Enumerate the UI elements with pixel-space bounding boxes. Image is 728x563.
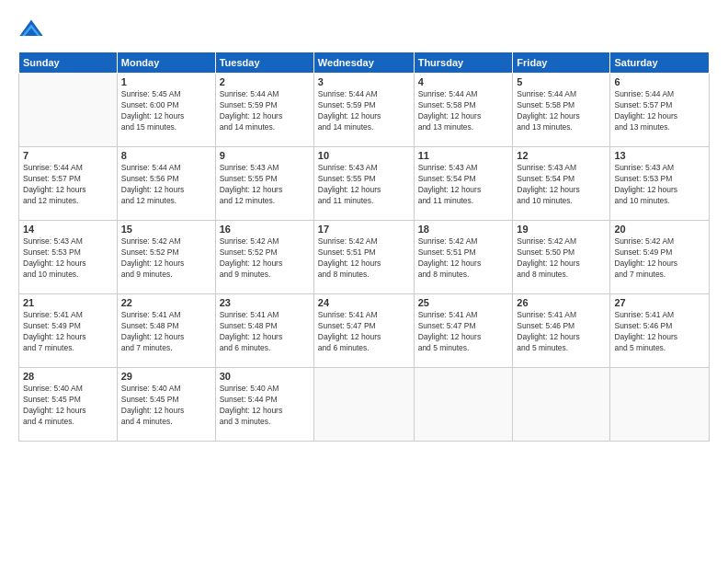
day-info: Sunrise: 5:44 AM Sunset: 5:57 PM Dayligh…: [614, 89, 705, 133]
day-info: Sunrise: 5:41 AM Sunset: 5:47 PM Dayligh…: [418, 310, 509, 354]
day-number: 15: [121, 224, 211, 235]
day-info: Sunrise: 5:41 AM Sunset: 5:46 PM Dayligh…: [614, 310, 705, 354]
day-info: Sunrise: 5:43 AM Sunset: 5:53 PM Dayligh…: [614, 163, 705, 207]
day-number: 25: [418, 297, 509, 308]
day-number: 21: [23, 297, 113, 308]
day-number: 13: [614, 150, 705, 161]
calendar-week-5: 28Sunrise: 5:40 AM Sunset: 5:45 PM Dayli…: [19, 368, 710, 442]
calendar-cell: 20Sunrise: 5:42 AM Sunset: 5:49 PM Dayli…: [610, 221, 710, 294]
calendar-cell: [19, 74, 118, 147]
day-number: 3: [318, 76, 410, 87]
day-info: Sunrise: 5:42 AM Sunset: 5:50 PM Dayligh…: [517, 236, 606, 281]
day-number: 16: [220, 224, 310, 235]
day-number: 20: [614, 224, 705, 235]
calendar-cell: 2Sunrise: 5:44 AM Sunset: 5:59 PM Daylig…: [215, 74, 313, 147]
day-info: Sunrise: 5:40 AM Sunset: 5:44 PM Dayligh…: [220, 384, 310, 428]
day-number: 14: [23, 224, 113, 235]
header: [18, 17, 710, 42]
day-info: Sunrise: 5:44 AM Sunset: 5:58 PM Dayligh…: [418, 89, 509, 133]
calendar-cell: 8Sunrise: 5:44 AM Sunset: 5:56 PM Daylig…: [117, 147, 215, 221]
day-number: 27: [614, 297, 705, 308]
day-info: Sunrise: 5:42 AM Sunset: 5:49 PM Dayligh…: [614, 236, 705, 281]
calendar-cell: 9Sunrise: 5:43 AM Sunset: 5:55 PM Daylig…: [215, 147, 313, 221]
calendar-cell: 19Sunrise: 5:42 AM Sunset: 5:50 PM Dayli…: [513, 221, 610, 294]
calendar-cell: 22Sunrise: 5:41 AM Sunset: 5:48 PM Dayli…: [117, 294, 215, 368]
day-info: Sunrise: 5:44 AM Sunset: 5:57 PM Dayligh…: [23, 163, 113, 207]
day-number: 24: [318, 297, 410, 308]
header-sunday: Sunday: [19, 52, 118, 74]
day-info: Sunrise: 5:42 AM Sunset: 5:52 PM Dayligh…: [121, 236, 211, 281]
calendar-cell: 1Sunrise: 5:45 AM Sunset: 6:00 PM Daylig…: [117, 74, 215, 147]
calendar-cell: 7Sunrise: 5:44 AM Sunset: 5:57 PM Daylig…: [19, 147, 118, 221]
day-info: Sunrise: 5:42 AM Sunset: 5:51 PM Dayligh…: [318, 236, 410, 281]
calendar-cell: 14Sunrise: 5:43 AM Sunset: 5:53 PM Dayli…: [19, 221, 118, 294]
day-number: 12: [517, 150, 606, 161]
day-number: 5: [517, 76, 606, 87]
calendar-week-1: 1Sunrise: 5:45 AM Sunset: 6:00 PM Daylig…: [19, 74, 710, 147]
day-info: Sunrise: 5:42 AM Sunset: 5:51 PM Dayligh…: [418, 236, 509, 281]
day-number: 26: [517, 297, 606, 308]
day-info: Sunrise: 5:42 AM Sunset: 5:52 PM Dayligh…: [220, 236, 310, 281]
day-info: Sunrise: 5:41 AM Sunset: 5:48 PM Dayligh…: [220, 310, 310, 354]
day-number: 19: [517, 224, 606, 235]
calendar-cell: 3Sunrise: 5:44 AM Sunset: 5:59 PM Daylig…: [313, 74, 414, 147]
day-info: Sunrise: 5:45 AM Sunset: 6:00 PM Dayligh…: [121, 89, 211, 133]
calendar-table: SundayMondayTuesdayWednesdayThursdayFrid…: [18, 52, 710, 442]
day-number: 2: [220, 76, 310, 87]
calendar-cell: 24Sunrise: 5:41 AM Sunset: 5:47 PM Dayli…: [313, 294, 414, 368]
day-info: Sunrise: 5:43 AM Sunset: 5:53 PM Dayligh…: [23, 236, 113, 281]
calendar-week-3: 14Sunrise: 5:43 AM Sunset: 5:53 PM Dayli…: [19, 221, 710, 294]
calendar-cell: 25Sunrise: 5:41 AM Sunset: 5:47 PM Dayli…: [414, 294, 513, 368]
day-number: 18: [418, 224, 509, 235]
calendar-cell: 21Sunrise: 5:41 AM Sunset: 5:49 PM Dayli…: [19, 294, 118, 368]
calendar-cell: 26Sunrise: 5:41 AM Sunset: 5:46 PM Dayli…: [513, 294, 610, 368]
header-tuesday: Tuesday: [215, 52, 313, 74]
calendar-cell: 12Sunrise: 5:43 AM Sunset: 5:54 PM Dayli…: [513, 147, 610, 221]
day-number: 6: [614, 76, 705, 87]
header-thursday: Thursday: [414, 52, 513, 74]
day-number: 8: [121, 150, 211, 161]
day-number: 10: [318, 150, 410, 161]
day-info: Sunrise: 5:44 AM Sunset: 5:59 PM Dayligh…: [220, 89, 310, 133]
day-info: Sunrise: 5:41 AM Sunset: 5:47 PM Dayligh…: [318, 310, 410, 354]
day-info: Sunrise: 5:43 AM Sunset: 5:54 PM Dayligh…: [517, 163, 606, 207]
calendar-cell: 5Sunrise: 5:44 AM Sunset: 5:58 PM Daylig…: [513, 74, 610, 147]
calendar-cell: 15Sunrise: 5:42 AM Sunset: 5:52 PM Dayli…: [117, 221, 215, 294]
day-number: 22: [121, 297, 211, 308]
day-info: Sunrise: 5:40 AM Sunset: 5:45 PM Dayligh…: [23, 384, 113, 428]
day-info: Sunrise: 5:43 AM Sunset: 5:55 PM Dayligh…: [318, 163, 410, 207]
day-info: Sunrise: 5:44 AM Sunset: 5:58 PM Dayligh…: [517, 89, 606, 133]
calendar-cell: 28Sunrise: 5:40 AM Sunset: 5:45 PM Dayli…: [19, 368, 118, 442]
calendar-cell: 11Sunrise: 5:43 AM Sunset: 5:54 PM Dayli…: [414, 147, 513, 221]
calendar-cell: 29Sunrise: 5:40 AM Sunset: 5:45 PM Dayli…: [117, 368, 215, 442]
day-number: 1: [121, 76, 211, 87]
day-info: Sunrise: 5:40 AM Sunset: 5:45 PM Dayligh…: [121, 384, 211, 428]
calendar-cell: 6Sunrise: 5:44 AM Sunset: 5:57 PM Daylig…: [610, 74, 710, 147]
calendar-cell: 13Sunrise: 5:43 AM Sunset: 5:53 PM Dayli…: [610, 147, 710, 221]
day-number: 23: [220, 297, 310, 308]
page: SundayMondayTuesdayWednesdayThursdayFrid…: [0, 0, 728, 563]
calendar-header-row: SundayMondayTuesdayWednesdayThursdayFrid…: [19, 52, 710, 74]
calendar-cell: [313, 368, 414, 442]
day-info: Sunrise: 5:43 AM Sunset: 5:54 PM Dayligh…: [418, 163, 509, 207]
day-number: 7: [23, 150, 113, 161]
logo-icon: [18, 17, 44, 42]
header-wednesday: Wednesday: [313, 52, 414, 74]
header-monday: Monday: [117, 52, 215, 74]
day-info: Sunrise: 5:43 AM Sunset: 5:55 PM Dayligh…: [220, 163, 310, 207]
day-number: 11: [418, 150, 509, 161]
day-number: 9: [220, 150, 310, 161]
calendar-cell: 10Sunrise: 5:43 AM Sunset: 5:55 PM Dayli…: [313, 147, 414, 221]
calendar-cell: 16Sunrise: 5:42 AM Sunset: 5:52 PM Dayli…: [215, 221, 313, 294]
day-number: 30: [220, 371, 310, 382]
calendar-cell: 23Sunrise: 5:41 AM Sunset: 5:48 PM Dayli…: [215, 294, 313, 368]
day-info: Sunrise: 5:44 AM Sunset: 5:56 PM Dayligh…: [121, 163, 211, 207]
calendar-week-2: 7Sunrise: 5:44 AM Sunset: 5:57 PM Daylig…: [19, 147, 710, 221]
header-saturday: Saturday: [610, 52, 710, 74]
calendar-week-4: 21Sunrise: 5:41 AM Sunset: 5:49 PM Dayli…: [19, 294, 710, 368]
day-info: Sunrise: 5:41 AM Sunset: 5:49 PM Dayligh…: [23, 310, 113, 354]
calendar-cell: 4Sunrise: 5:44 AM Sunset: 5:58 PM Daylig…: [414, 74, 513, 147]
day-number: 28: [23, 371, 113, 382]
day-number: 4: [418, 76, 509, 87]
header-friday: Friday: [513, 52, 610, 74]
